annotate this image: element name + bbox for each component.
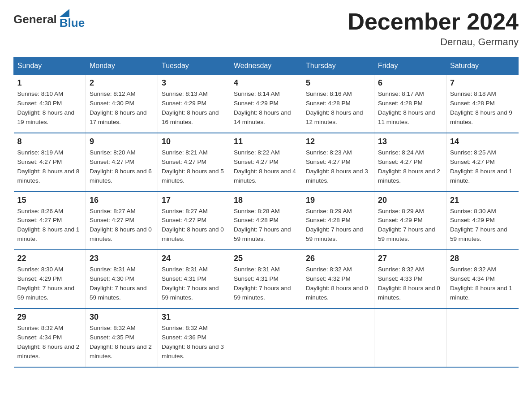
day-number: 18 (234, 196, 298, 205)
day-info: Sunrise: 8:31 AM Sunset: 4:31 PM Dayligh… (234, 265, 298, 303)
calendar-cell: 15 Sunrise: 8:26 AM Sunset: 4:27 PM Dayl… (14, 192, 86, 250)
calendar-cell: 10 Sunrise: 8:21 AM Sunset: 4:27 PM Dayl… (158, 133, 230, 192)
header-tuesday: Tuesday (158, 57, 230, 75)
day-number: 12 (306, 137, 370, 146)
calendar-cell: 31 Sunrise: 8:32 AM Sunset: 4:36 PM Dayl… (158, 308, 230, 367)
calendar-body: 1 Sunrise: 8:10 AM Sunset: 4:30 PM Dayli… (14, 75, 519, 367)
day-info: Sunrise: 8:13 AM Sunset: 4:29 PM Dayligh… (162, 90, 226, 127)
day-info: Sunrise: 8:23 AM Sunset: 4:27 PM Dayligh… (306, 148, 370, 186)
month-title: December 2024 (348, 9, 519, 34)
calendar-cell: 2 Sunrise: 8:12 AM Sunset: 4:30 PM Dayli… (86, 75, 158, 133)
day-info: Sunrise: 8:32 AM Sunset: 4:34 PM Dayligh… (17, 324, 82, 361)
day-info: Sunrise: 8:18 AM Sunset: 4:28 PM Dayligh… (450, 90, 515, 127)
day-number: 9 (90, 137, 154, 146)
calendar-cell: 12 Sunrise: 8:23 AM Sunset: 4:27 PM Dayl… (302, 133, 374, 192)
day-number: 2 (90, 78, 154, 88)
header-saturday: Saturday (446, 57, 519, 75)
day-number: 19 (306, 196, 370, 205)
day-info: Sunrise: 8:12 AM Sunset: 4:30 PM Dayligh… (90, 90, 154, 127)
day-info: Sunrise: 8:19 AM Sunset: 4:27 PM Dayligh… (17, 148, 82, 186)
calendar-cell: 14 Sunrise: 8:25 AM Sunset: 4:27 PM Dayl… (446, 133, 519, 192)
day-info: Sunrise: 8:32 AM Sunset: 4:36 PM Dayligh… (162, 324, 226, 361)
day-number: 16 (90, 196, 154, 205)
calendar-cell: 17 Sunrise: 8:27 AM Sunset: 4:27 PM Dayl… (158, 192, 230, 250)
calendar-cell: 3 Sunrise: 8:13 AM Sunset: 4:29 PM Dayli… (158, 75, 230, 133)
day-number: 10 (162, 137, 226, 146)
calendar-cell: 21 Sunrise: 8:30 AM Sunset: 4:29 PM Dayl… (446, 192, 519, 250)
calendar-table: Sunday Monday Tuesday Wednesday Thursday… (13, 57, 519, 367)
logo-text-blue: Blue (60, 16, 85, 30)
day-info: Sunrise: 8:29 AM Sunset: 4:28 PM Dayligh… (306, 207, 370, 244)
calendar-cell: 7 Sunrise: 8:18 AM Sunset: 4:28 PM Dayli… (446, 75, 519, 133)
calendar-cell: 22 Sunrise: 8:30 AM Sunset: 4:29 PM Dayl… (14, 250, 86, 308)
location: Dernau, Germany (348, 36, 519, 48)
day-info: Sunrise: 8:30 AM Sunset: 4:29 PM Dayligh… (450, 207, 515, 244)
day-info: Sunrise: 8:32 AM Sunset: 4:34 PM Dayligh… (450, 265, 515, 303)
calendar-week-row: 1 Sunrise: 8:10 AM Sunset: 4:30 PM Dayli… (14, 75, 519, 133)
day-number: 22 (17, 254, 82, 263)
day-info: Sunrise: 8:32 AM Sunset: 4:32 PM Dayligh… (306, 265, 370, 303)
weekday-header-row: Sunday Monday Tuesday Wednesday Thursday… (14, 57, 519, 75)
day-number: 17 (162, 196, 226, 205)
calendar-cell: 6 Sunrise: 8:17 AM Sunset: 4:28 PM Dayli… (374, 75, 446, 133)
calendar-cell: 29 Sunrise: 8:32 AM Sunset: 4:34 PM Dayl… (14, 308, 86, 367)
day-info: Sunrise: 8:27 AM Sunset: 4:27 PM Dayligh… (162, 207, 226, 244)
day-info: Sunrise: 8:27 AM Sunset: 4:27 PM Dayligh… (90, 207, 154, 244)
calendar-cell: 26 Sunrise: 8:32 AM Sunset: 4:32 PM Dayl… (302, 250, 374, 308)
day-number: 15 (17, 196, 82, 205)
calendar-cell: 24 Sunrise: 8:31 AM Sunset: 4:31 PM Dayl… (158, 250, 230, 308)
header-monday: Monday (86, 57, 158, 75)
day-number: 31 (162, 313, 226, 322)
calendar-cell: 5 Sunrise: 8:16 AM Sunset: 4:28 PM Dayli… (302, 75, 374, 133)
day-number: 5 (306, 78, 370, 88)
day-number: 29 (17, 313, 82, 322)
logo: General Blue (13, 9, 85, 30)
day-info: Sunrise: 8:30 AM Sunset: 4:29 PM Dayligh… (17, 265, 82, 303)
day-info: Sunrise: 8:31 AM Sunset: 4:31 PM Dayligh… (162, 265, 226, 303)
calendar-cell: 28 Sunrise: 8:32 AM Sunset: 4:34 PM Dayl… (446, 250, 519, 308)
day-number: 4 (234, 78, 298, 88)
calendar-week-row: 8 Sunrise: 8:19 AM Sunset: 4:27 PM Dayli… (14, 133, 519, 192)
calendar-cell: 30 Sunrise: 8:32 AM Sunset: 4:35 PM Dayl… (86, 308, 158, 367)
day-info: Sunrise: 8:31 AM Sunset: 4:30 PM Dayligh… (90, 265, 154, 303)
day-info: Sunrise: 8:25 AM Sunset: 4:27 PM Dayligh… (450, 148, 515, 186)
calendar-cell: 4 Sunrise: 8:14 AM Sunset: 4:29 PM Dayli… (230, 75, 302, 133)
day-info: Sunrise: 8:22 AM Sunset: 4:27 PM Dayligh… (234, 148, 298, 186)
day-number: 11 (234, 137, 298, 146)
header-sunday: Sunday (14, 57, 86, 75)
day-number: 1 (17, 78, 82, 88)
calendar-cell (446, 308, 519, 367)
day-number: 30 (90, 313, 154, 322)
calendar-cell: 27 Sunrise: 8:32 AM Sunset: 4:33 PM Dayl… (374, 250, 446, 308)
day-info: Sunrise: 8:29 AM Sunset: 4:29 PM Dayligh… (378, 207, 442, 244)
day-info: Sunrise: 8:10 AM Sunset: 4:30 PM Dayligh… (17, 90, 82, 127)
day-number: 3 (162, 78, 226, 88)
day-number: 25 (234, 254, 298, 263)
title-block: December 2024 Dernau, Germany (348, 9, 519, 48)
calendar-cell: 18 Sunrise: 8:28 AM Sunset: 4:28 PM Dayl… (230, 192, 302, 250)
calendar-cell: 9 Sunrise: 8:20 AM Sunset: 4:27 PM Dayli… (86, 133, 158, 192)
header-friday: Friday (374, 57, 446, 75)
calendar-header: Sunday Monday Tuesday Wednesday Thursday… (14, 57, 519, 75)
calendar-week-row: 22 Sunrise: 8:30 AM Sunset: 4:29 PM Dayl… (14, 250, 519, 308)
calendar-cell: 13 Sunrise: 8:24 AM Sunset: 4:27 PM Dayl… (374, 133, 446, 192)
day-number: 14 (450, 137, 515, 146)
day-number: 26 (306, 254, 370, 263)
calendar-cell: 8 Sunrise: 8:19 AM Sunset: 4:27 PM Dayli… (14, 133, 86, 192)
calendar-cell (302, 308, 374, 367)
day-info: Sunrise: 8:32 AM Sunset: 4:33 PM Dayligh… (378, 265, 442, 303)
day-number: 6 (378, 78, 442, 88)
day-number: 7 (450, 78, 515, 88)
header-thursday: Thursday (302, 57, 374, 75)
calendar-cell: 25 Sunrise: 8:31 AM Sunset: 4:31 PM Dayl… (230, 250, 302, 308)
day-info: Sunrise: 8:21 AM Sunset: 4:27 PM Dayligh… (162, 148, 226, 186)
calendar-cell: 20 Sunrise: 8:29 AM Sunset: 4:29 PM Dayl… (374, 192, 446, 250)
day-info: Sunrise: 8:24 AM Sunset: 4:27 PM Dayligh… (378, 148, 442, 186)
calendar-week-row: 29 Sunrise: 8:32 AM Sunset: 4:34 PM Dayl… (14, 308, 519, 367)
day-number: 23 (90, 254, 154, 263)
page-header: General Blue December 2024 Dernau, Germa… (13, 9, 519, 48)
day-info: Sunrise: 8:26 AM Sunset: 4:27 PM Dayligh… (17, 207, 82, 244)
calendar-cell (374, 308, 446, 367)
day-info: Sunrise: 8:20 AM Sunset: 4:27 PM Dayligh… (90, 148, 154, 186)
day-number: 28 (450, 254, 515, 263)
